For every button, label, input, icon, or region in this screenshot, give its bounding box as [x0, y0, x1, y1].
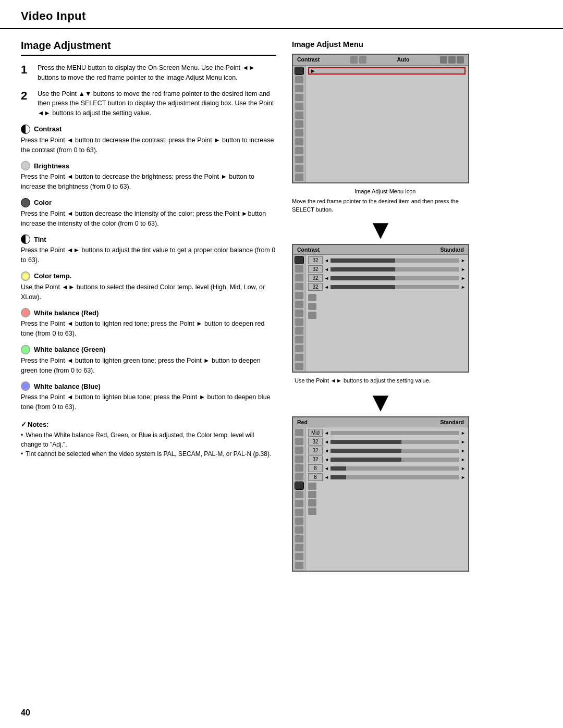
- p3-extra-icon-1: [308, 483, 316, 490]
- panel1-header-icons: [350, 56, 366, 64]
- panel1-header-right: Auto: [397, 56, 409, 64]
- p2-sidebar-icon-2: [295, 265, 303, 273]
- section-title: Image Adjustment: [21, 40, 276, 56]
- feature-color-header: Color: [21, 198, 276, 207]
- panel1-main: ▶: [305, 66, 468, 182]
- notes-list: When the White balance Red, Green, or Bl…: [21, 430, 276, 459]
- sidebar-icon-1: [295, 67, 303, 75]
- feature-color-desc: Press the Point ◄ button decrease the in…: [21, 209, 276, 229]
- sidebar-icon-4: [295, 94, 303, 101]
- p2-sidebar-icon-6: [295, 301, 303, 308]
- slider-val-1: 32: [308, 256, 323, 264]
- feature-wb-green: White balance (Green) Press the Point ◄ …: [21, 345, 276, 376]
- panel3-header-left: Red: [297, 419, 308, 425]
- feature-color-temp-header: Color temp.: [21, 272, 276, 281]
- tint-icon: [21, 235, 30, 244]
- feature-brightness-desc: Press the Point ◄ button to decrease the…: [21, 172, 276, 192]
- arrow-down-2: ▼: [292, 388, 469, 415]
- slider-row-4: 32 ◄ ►: [308, 283, 466, 291]
- sidebar-icon-11: [295, 156, 303, 163]
- feature-brightness: Brightness Press the Point ◄ button to d…: [21, 161, 276, 192]
- panel2-body: 32 ◄ ► 32 ◄ ►: [293, 255, 468, 372]
- slider-track-2: [331, 267, 459, 272]
- slider-val-4: 32: [308, 283, 323, 291]
- color-temp-icon: [21, 272, 30, 281]
- panel2-header: Contrast Standard: [293, 245, 468, 255]
- p3-si-13: [295, 535, 303, 542]
- color-icon: [21, 198, 30, 207]
- p3-si-1: [295, 429, 303, 436]
- p3-si-2: [295, 438, 303, 445]
- feature-brightness-header: Brightness: [21, 161, 276, 170]
- p3-extra-icon-2: [308, 491, 316, 498]
- p3-si-7: [295, 482, 303, 489]
- main-content: Image Adjustment 1 Press the MENU button…: [0, 40, 563, 576]
- p3-si-15: [295, 553, 303, 560]
- slider-arrow-right-4: ►: [461, 285, 466, 290]
- step-1-text: Press the MENU button to display the On-…: [38, 63, 276, 83]
- p3-val-3: 32: [308, 455, 323, 463]
- feature-contrast-desc: Press the Point ◄ button to decrease the…: [21, 135, 276, 155]
- feature-tint: Tint Press the Point ◄► buttons to adjus…: [21, 235, 276, 265]
- p2-sidebar-icon-10: [295, 336, 303, 343]
- p3-val-0: Mid: [308, 429, 323, 437]
- feature-wb-red-title: White balance (Red): [34, 309, 99, 317]
- p2-sidebar-icon-4: [295, 283, 303, 290]
- slider-fill-1: [331, 258, 395, 263]
- p3-track-3: [331, 458, 459, 462]
- p3-si-4: [295, 455, 303, 463]
- arrow-down-1: ▼: [292, 216, 469, 243]
- p3-fill-3: [331, 458, 401, 462]
- wb-green-icon: [21, 345, 30, 354]
- slider-row-2: 32 ◄ ►: [308, 265, 466, 273]
- feature-tint-desc: Press the Point ◄► buttons to adjust the…: [21, 245, 276, 265]
- page-header: Video Input: [0, 0, 563, 29]
- feature-wb-blue: White balance (Blue) Press the Point ◄ b…: [21, 381, 276, 412]
- note-item-2: Tint cannot be selected when the video s…: [21, 449, 276, 459]
- panel1-header-extra-icons: [440, 56, 464, 64]
- sidebar-icon-8: [295, 129, 303, 137]
- p2-sidebar-icon-1: [295, 256, 303, 264]
- wb-blue-icon: [21, 381, 30, 391]
- sidebar-icon-2: [295, 76, 303, 83]
- feature-color-temp-desc: Use the Point ◄► buttons to select the d…: [21, 282, 276, 302]
- feature-color-temp: Color temp. Use the Point ◄► buttons to …: [21, 272, 276, 302]
- panel1-header-left: Contrast: [297, 56, 320, 64]
- feature-wb-green-desc: Press the Point ◄ button to lighten gree…: [21, 356, 276, 376]
- panel2-header-right: Standard: [440, 246, 464, 253]
- step-2-number: 2: [21, 89, 32, 118]
- feature-contrast: Contrast Press the Point ◄ button to dec…: [21, 125, 276, 155]
- p3-si-14: [295, 544, 303, 551]
- p3-si-11: [295, 517, 303, 525]
- p3-slider-row-4: 8 ◄ ►: [308, 464, 466, 472]
- p3-track-5: [331, 475, 459, 479]
- p3-fill-1: [331, 440, 401, 444]
- p3-si-12: [295, 526, 303, 534]
- feature-wb-red: White balance (Red) Press the Point ◄ bu…: [21, 308, 276, 339]
- p3-si-9: [295, 500, 303, 507]
- step-2-text: Use the Point ▲▼ buttons to move the red…: [38, 89, 276, 118]
- step-1-number: 1: [21, 63, 32, 83]
- p3-track-1: [331, 440, 459, 444]
- slider-arrow-right-2: ►: [461, 267, 466, 272]
- slider-fill-4: [331, 285, 395, 289]
- p2-extra-icon-2: [308, 303, 316, 310]
- brightness-icon: [21, 161, 30, 170]
- sidebar-icon-6: [295, 112, 303, 119]
- panel1-sidebar: [293, 66, 305, 182]
- contrast-icon: [21, 125, 30, 134]
- slider-track-1: [331, 258, 459, 263]
- callout-menu-icon-label: Image Adjust Menu icon: [354, 188, 415, 194]
- p2-extra-icon-1: [308, 294, 316, 301]
- panel3-body: Mid ◄ ► 32 ◄ ►: [293, 427, 468, 571]
- feature-color: Color Press the Point ◄ button decrease …: [21, 198, 276, 229]
- slider-arrow-left-2: ◄: [324, 267, 329, 272]
- panel3-sidebar: [293, 427, 305, 571]
- slider-row-1: 32 ◄ ►: [308, 256, 466, 264]
- right-column: Image Adjust Menu Contrast Auto: [292, 40, 469, 576]
- feature-wb-red-desc: Press the Point ◄ button to lighten red …: [21, 319, 276, 339]
- sidebar-icon-10: [295, 147, 303, 154]
- sidebar-icon-13: [295, 174, 303, 181]
- p2-extra-icon-3: [308, 312, 316, 319]
- p3-si-10: [295, 509, 303, 516]
